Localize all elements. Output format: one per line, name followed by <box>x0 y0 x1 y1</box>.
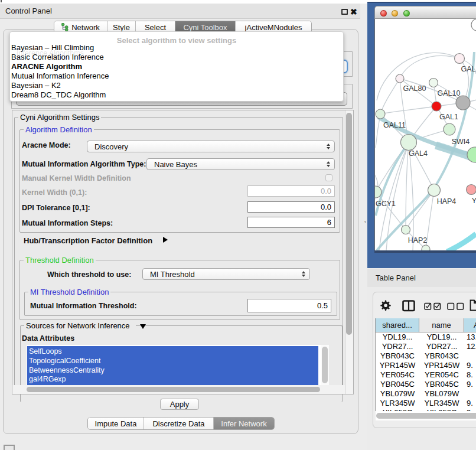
svg-text:GAL80: GAL80 <box>403 84 426 93</box>
svg-text:GAL: GAL <box>461 65 475 73</box>
svg-text:GAL11: GAL11 <box>383 121 406 129</box>
svg-text:HAP4: HAP4 <box>437 197 457 206</box>
svg-text:GAL4: GAL4 <box>409 149 428 158</box>
svg-text:SWI4: SWI4 <box>452 138 470 146</box>
svg-text:GAL1: GAL1 <box>439 113 458 121</box>
svg-text:GCY1: GCY1 <box>376 200 396 208</box>
svg-text:Y: Y <box>472 197 476 205</box>
svg-text:GAL10: GAL10 <box>438 89 461 97</box>
svg-text:HAP2: HAP2 <box>408 236 428 244</box>
